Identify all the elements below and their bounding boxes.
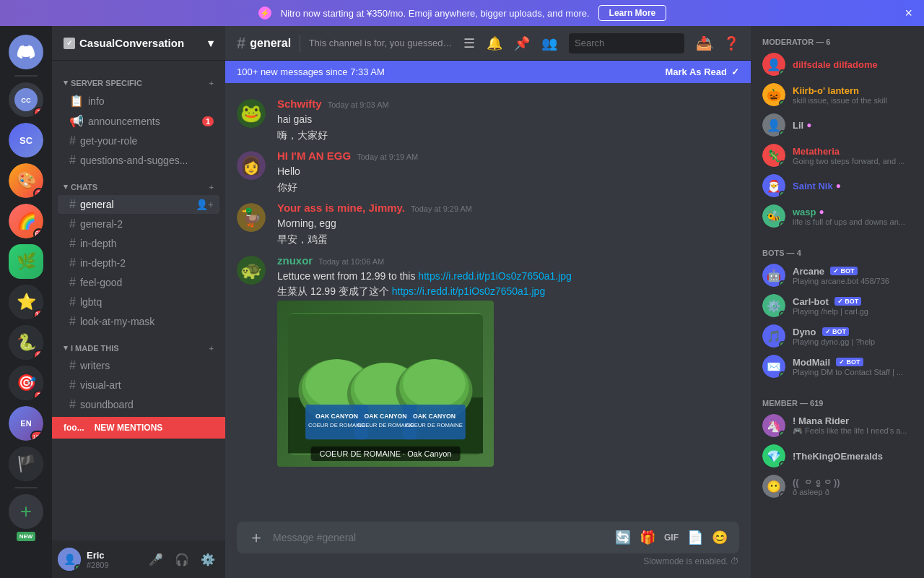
channel-in-depth-2[interactable]: # in-depth-2 [58,254,219,272]
add-member-button[interactable]: 👤+ [196,199,214,210]
lil-pink-dot: ● [806,120,811,130]
add-chat-channel-button[interactable]: + [209,183,214,191]
znuxor-link1[interactable]: https://i.redd.it/p1iOs0z7650a1.jpg [418,270,571,282]
channel-look-at-my-mask[interactable]: # look-at-my-mask [58,312,219,331]
znuxor-avatar[interactable]: 🐢 [237,256,266,285]
member-dyno[interactable]: 🎵 Dyno ✓ BOT Playing dyno.gg | ?help [757,322,918,350]
category-i-made-this[interactable]: ▾ I Made This + [52,332,225,355]
member-arcane[interactable]: 🤖 Arcane ✓ BOT Playing arcane.bot 458/73… [757,261,918,290]
server-icon-4[interactable]: 🌈 67 [9,204,43,238]
channel-info[interactable]: 📋 info [58,91,219,111]
help-icon[interactable]: ❓ [723,35,739,51]
server-divider-2 [14,487,38,488]
dilfsdale-name: dilfsdale dilfadome [793,59,912,70]
jimmy-line1: Morning, egg [277,217,739,231]
channel-general[interactable]: # general 👤+ [58,195,219,214]
member-lil[interactable]: 👤 Lil ● [757,111,918,139]
inbox-icon[interactable]: 📥 [696,35,712,51]
server-icon-10[interactable]: 🏴 [9,447,43,481]
znuxor-line2: 生菜从 12.99 变成了这个 https://i.redd.it/p1iOs0… [277,285,739,299]
gift-icon[interactable]: 🎁 [640,530,655,545]
channel-soundboard[interactable]: # soundboard [58,395,219,414]
learn-more-button[interactable]: Learn More [598,5,667,21]
server-icon-6[interactable]: ⭐ 15 [9,285,43,319]
member-saint-nik[interactable]: 🎅 Saint Nik ● [757,171,918,200]
server-header[interactable]: ✓ CasualConversation ▾ [52,26,225,61]
new-mentions-bar[interactable]: foo... NEW MENTIONS [52,417,225,439]
add-imade-channel-button[interactable]: + [209,344,214,353]
member-wasp[interactable]: 🐝 wasp ● life is full of ups and downs a… [757,202,918,230]
channel-announcements[interactable]: 📢 announcements 1 [58,111,219,131]
member-metatheria[interactable]: 🦎 Metatheria Going two steps forward, an… [757,141,918,170]
channel-get-your-role[interactable]: # get-your-role [58,131,219,150]
channel-visual-art[interactable]: # visual-art [58,376,219,394]
znuxor-username[interactable]: znuxor [277,254,313,267]
server-icon-7[interactable]: 🐍 8 [9,325,43,360]
channel-feel-good[interactable]: # feel-good [58,273,219,292]
message-egg: 👩 HI I'M AN EGG Today at 9:19 AM Hello 你… [225,147,751,199]
server-icon-3[interactable]: 🎨 7 [9,163,43,198]
message-input[interactable] [273,525,606,551]
member-mana-rider[interactable]: 🦄 ! Mana Rider 🎮 Feels like the life I n… [757,411,918,440]
metatheria-info: Metatheria Going two steps forward, and … [793,146,912,165]
member-face[interactable]: 😶 (( ဝဠဝ )) ð asleep ð [757,472,918,501]
egg-content: HI I'M AN EGG Today at 9:19 AM Hello 你好 [277,150,739,196]
channel-questions[interactable]: # questions-and-sugges... [58,151,219,170]
server-icon-8[interactable]: 🎯 2 [9,366,43,400]
category-server-specific[interactable]: ▾ Server Specific + [52,66,225,90]
new-messages-banner[interactable]: 100+ new messages since 7:33 AM Mark As … [225,61,751,83]
search-input[interactable] [575,38,696,48]
deafen-icon[interactable]: 🎧 [170,548,193,571]
schwifty-username[interactable]: Schwifty [277,98,322,110]
settings-icon[interactable]: ⚙️ [196,548,219,571]
chat-header: # general This channel is for, you guess… [225,26,751,61]
jimmy-username[interactable]: Your ass is mine, Jimmy. [277,202,405,214]
server-chevron: ▾ [208,37,214,50]
notification-icon[interactable]: 🔔 [487,35,502,51]
add-channel-button[interactable]: + [209,79,214,87]
schwifty-avatar[interactable]: 🐸 [237,99,266,128]
server-badge-1: 3 [33,107,43,117]
channel-general-2[interactable]: # general-2 [58,215,219,233]
wasp-status: life is full of ups and downs an... [793,217,912,226]
channel-writers[interactable]: # writers [58,356,219,375]
emoji-icon[interactable]: 😊 [712,530,728,545]
add-server-button[interactable]: + [9,494,43,529]
egg-avatar[interactable]: 👩 [237,151,266,180]
channel-lgbtq[interactable]: # lgbtq [58,293,219,311]
server-icon-5[interactable]: 🌿 [9,244,43,279]
pin-icon[interactable]: 📌 [514,35,530,51]
channel-in-depth[interactable]: # in-depth [58,234,219,253]
sticker-icon[interactable]: 📄 [687,530,703,545]
close-banner-button[interactable]: × [905,6,912,21]
refresh-icon[interactable]: 🔄 [615,530,631,545]
znuxor-link2[interactable]: https://i.redd.it/p1iOs0z7650a1.jpg [392,285,545,297]
lettuce-image[interactable]: OAK CANYON COEUR DE ROMAINE OAK CANYON C… [277,301,494,467]
image-label: COEUR DE ROMAINE · Oak Canyon [311,447,461,461]
member-dilfsdale[interactable]: 👤 dilfsdale dilfadome [757,50,918,79]
add-file-button[interactable]: ＋ [248,527,264,548]
search-box[interactable]: 🔍 [569,33,684,53]
member-carlbot[interactable]: ⚙️ Carl-bot ✓ BOT Playing /help | carl.g… [757,291,918,320]
member-kingoemeralds[interactable]: 💎 !TheKingOEmeralds [757,441,918,470]
members-icon[interactable]: 👥 [541,35,557,51]
discord-home-icon[interactable] [9,35,43,69]
message-input-container: ＋ 🔄 🎁 GIF 📄 😊 [237,522,739,553]
threads-icon[interactable]: ☰ [463,35,475,51]
face-status: ð asleep ð [793,488,912,496]
jimmy-avatar[interactable]: 🦆 [237,203,266,232]
chats-chevron: ▾ [64,182,68,191]
arcane-bot-badge: ✓ BOT [830,267,858,275]
member-modmail[interactable]: ✉️ ModMail ✓ BOT Playing DM to Contact S… [757,352,918,381]
egg-username[interactable]: HI I'M AN EGG [277,150,351,162]
text-icon-1: # [69,134,76,147]
mute-icon[interactable]: 🎤 [144,548,167,571]
server-icon-2[interactable]: SC [9,123,43,158]
svg-text:CC: CC [21,97,31,104]
mark-as-read-button[interactable]: Mark As Read ✓ [666,66,740,77]
member-kiirbo[interactable]: 🎃 Kiirb-o' lantern skill issue, issue of… [757,80,918,109]
gif-icon[interactable]: GIF [664,532,679,543]
server-icon-9[interactable]: EN 190 [9,406,43,441]
server-icon-1[interactable]: CC 3 [9,82,43,117]
category-chats[interactable]: ▾ Chats + [52,171,225,194]
